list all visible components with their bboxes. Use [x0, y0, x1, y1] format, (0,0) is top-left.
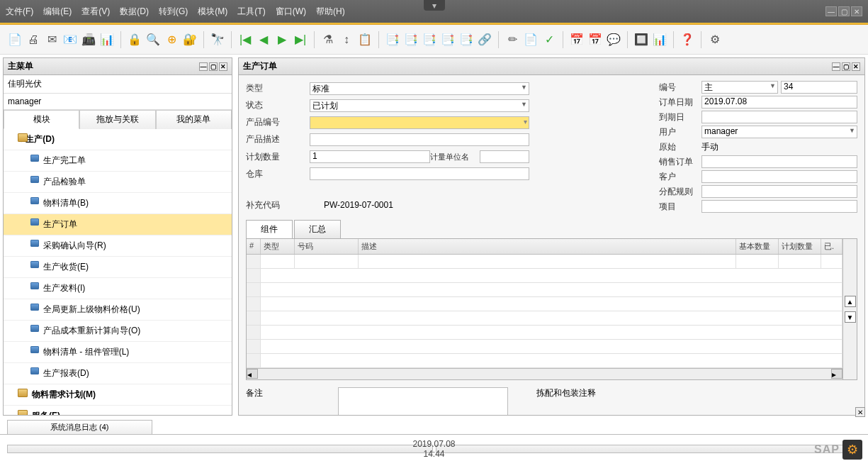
add-icon[interactable]: ⊕ — [164, 32, 179, 48]
settings-icon[interactable]: ⚙ — [707, 32, 723, 48]
warehouse-field[interactable] — [310, 167, 529, 180]
link-icon[interactable]: 🔗 — [477, 32, 492, 48]
document-icon[interactable]: 📋 — [357, 32, 373, 48]
tree-bom-mgmt[interactable]: 物料清单 - 组件管理(L) — [4, 342, 232, 363]
form-max-icon[interactable]: ▢ — [842, 62, 850, 71]
col-desc[interactable]: 描述 — [359, 239, 736, 254]
menu-help[interactable]: 帮助(H) — [316, 6, 345, 18]
uom-field[interactable] — [480, 150, 529, 163]
tree-production[interactable]: ▾ 生产(D) — [4, 129, 232, 150]
grid-hscroll[interactable]: ◂ ▸ — [247, 368, 842, 379]
gear-icon[interactable]: ⚙ — [842, 440, 862, 460]
status-field[interactable]: 已计划 — [310, 99, 529, 112]
form-close-icon[interactable]: ✕ — [852, 62, 860, 71]
tree-global-price[interactable]: 全局更新上级物料价格(U) — [4, 299, 232, 321]
chart-icon[interactable]: 📊 — [652, 32, 667, 48]
tree-cost-wizard[interactable]: 产品成本重新计算向导(O) — [4, 321, 232, 342]
tree-receipt[interactable]: 生产收货(E) — [4, 257, 232, 278]
refresh-lock-icon[interactable]: 🔐 — [182, 32, 198, 48]
menu-view[interactable]: 查看(V) — [81, 6, 110, 18]
base-doc-icon[interactable]: 📑 — [385, 32, 400, 48]
type-field[interactable]: 标准 — [310, 82, 529, 95]
new-icon[interactable]: 📄 — [7, 32, 23, 48]
tree-prod-report[interactable]: 生产报表(D) — [4, 363, 232, 384]
notch-dropdown[interactable]: ▾ — [424, 0, 445, 11]
col-done[interactable]: 已. — [821, 239, 842, 254]
menu-edit[interactable]: 编辑(E) — [43, 6, 72, 18]
tab-components[interactable]: 组件 — [246, 220, 293, 238]
no-series-field[interactable]: 主 — [701, 81, 778, 94]
menu-goto[interactable]: 转到(G) — [159, 6, 188, 18]
tree-icon[interactable]: 🔲 — [633, 32, 649, 48]
msg-icon[interactable]: 💬 — [606, 32, 621, 48]
help-icon[interactable]: ❓ — [680, 32, 695, 48]
grid-body[interactable] — [247, 255, 842, 368]
excel-icon[interactable]: 📊 — [99, 32, 115, 48]
calendar-icon[interactable]: 📅 — [569, 32, 585, 48]
user-field[interactable]: manager — [701, 126, 857, 138]
product-no-field[interactable] — [310, 116, 529, 129]
status-tab-log[interactable]: 系统消息日志 (4) — [7, 420, 152, 434]
remark-textarea[interactable] — [338, 387, 508, 416]
tab-drag-rel[interactable]: 拖放与关联 — [79, 110, 155, 129]
project-field[interactable] — [701, 200, 857, 213]
tab-modules[interactable]: 模块 — [4, 110, 79, 129]
tab-summary[interactable]: 汇总 — [294, 220, 341, 238]
menu-modules[interactable]: 模块(M) — [198, 6, 227, 18]
tab-my-menu[interactable]: 我的菜单 — [156, 110, 232, 129]
no-value-field[interactable]: 34 — [781, 81, 857, 94]
lock-icon[interactable]: 🔒 — [127, 32, 142, 48]
minimize-icon[interactable]: — — [825, 6, 837, 16]
form-min-icon[interactable]: — — [832, 62, 840, 71]
menu-data[interactable]: 数据(D) — [120, 6, 149, 18]
menu-window[interactable]: 窗口(W) — [276, 6, 306, 18]
doc4-icon[interactable]: 📑 — [440, 32, 456, 48]
plan-qty-field[interactable]: 1 — [310, 150, 430, 163]
dist-rule-field[interactable] — [701, 185, 857, 198]
find-icon[interactable]: 🔍 — [145, 32, 161, 48]
row-up-icon[interactable]: ▲ — [845, 296, 856, 307]
customer-field[interactable] — [701, 170, 857, 183]
panel-max-icon[interactable]: ▢ — [209, 62, 218, 71]
tree-completed[interactable]: 生产完工单 — [4, 150, 232, 172]
layout-icon[interactable]: ✏ — [505, 32, 520, 48]
panel-min-icon[interactable]: — — [199, 62, 208, 71]
print-icon[interactable]: 🖨 — [26, 32, 41, 48]
tree-prod-order[interactable]: 生产订单 — [4, 214, 232, 235]
fax-icon[interactable]: 📠 — [81, 32, 96, 48]
due-date-field[interactable] — [701, 111, 857, 123]
tree-service[interactable]: 服务(E) — [4, 406, 232, 415]
mail-icon[interactable]: ✉ — [44, 32, 60, 48]
status-close-icon[interactable]: ✕ — [855, 407, 865, 417]
maximize-icon[interactable]: ▢ — [838, 6, 850, 16]
last-icon[interactable]: ▶| — [293, 32, 308, 48]
doc3-icon[interactable]: 📑 — [422, 32, 437, 48]
col-code[interactable]: 号码 — [295, 239, 359, 254]
first-icon[interactable]: |◀ — [237, 32, 253, 48]
tree-issue[interactable]: 生产发料(I) — [4, 278, 232, 299]
col-num[interactable]: # — [247, 239, 261, 254]
col-base-qty[interactable]: 基本数量 — [736, 239, 779, 254]
row-down-icon[interactable]: ▼ — [845, 311, 856, 323]
col-type[interactable]: 类型 — [261, 239, 295, 254]
sms-icon[interactable]: 📧 — [62, 32, 78, 48]
filter-icon[interactable]: ⚗ — [320, 32, 336, 48]
panel-close-icon[interactable]: ✕ — [219, 62, 227, 71]
scroll-left-icon[interactable]: ◂ — [247, 369, 258, 379]
sales-order-field[interactable] — [701, 155, 857, 168]
approve-icon[interactable]: ✓ — [541, 32, 557, 48]
tree-purchase-wizard[interactable]: 采购确认向导(R) — [4, 235, 232, 257]
order-date-field[interactable]: 2019.07.08 — [701, 96, 857, 109]
next-icon[interactable]: ▶ — [274, 32, 290, 48]
prev-icon[interactable]: ◀ — [256, 32, 271, 48]
tree-inspection[interactable]: 产品检验单 — [4, 172, 232, 193]
tree-bom[interactable]: 物料清单(B) — [4, 193, 232, 214]
binoculars-icon[interactable]: 🔭 — [210, 32, 225, 48]
alert-icon[interactable]: 📅 — [587, 32, 603, 48]
tree-mrp[interactable]: 物料需求计划(M) — [4, 384, 232, 406]
product-desc-field[interactable] — [310, 133, 529, 146]
menu-tools[interactable]: 工具(T) — [237, 6, 265, 18]
doc5-icon[interactable]: 📑 — [458, 32, 474, 48]
sort-icon[interactable]: ↕ — [339, 32, 354, 48]
menu-file[interactable]: 文件(F) — [6, 6, 33, 18]
